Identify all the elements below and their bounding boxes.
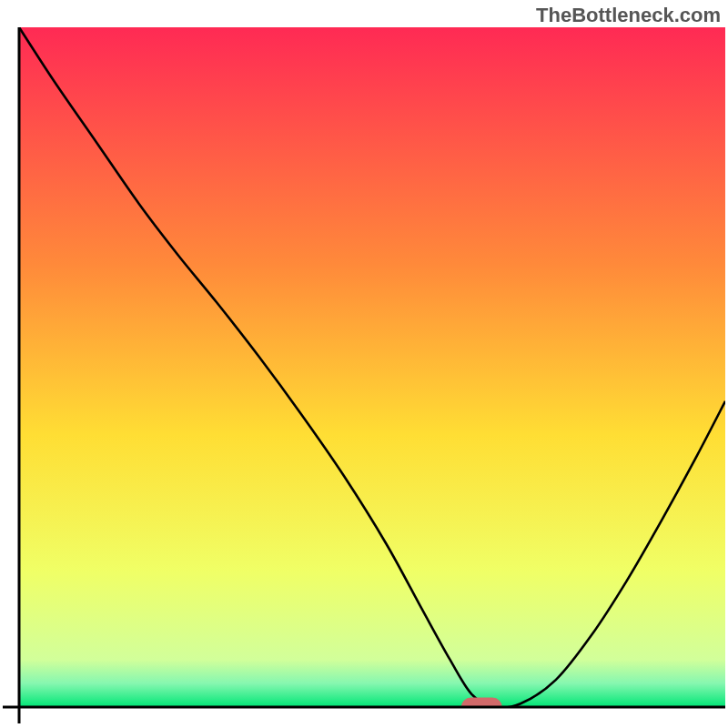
chart-container: TheBottleneck.com — [0, 0, 728, 728]
attribution-text: TheBottleneck.com — [536, 4, 721, 27]
gradient-background — [19, 27, 725, 707]
bottleneck-chart — [0, 0, 728, 728]
